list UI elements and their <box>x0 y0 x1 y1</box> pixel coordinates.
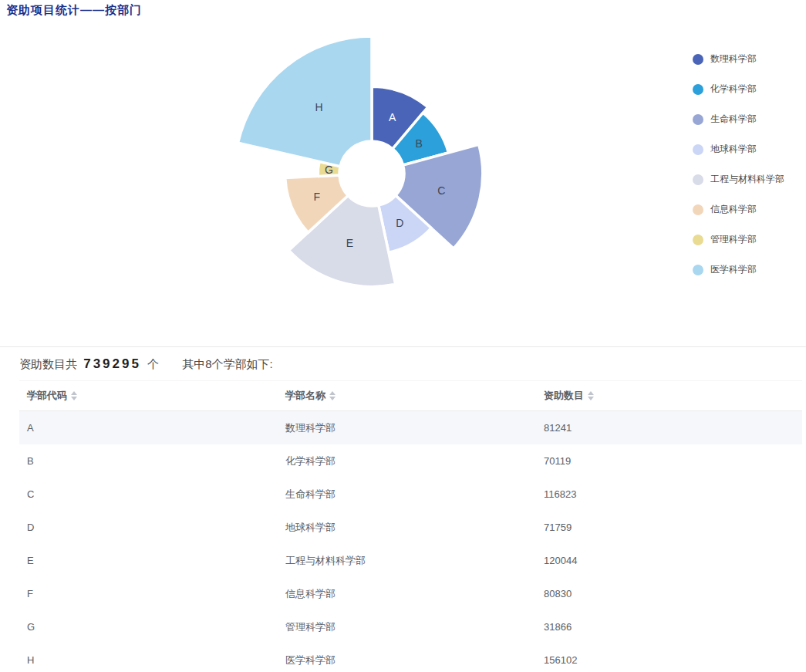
table-row-G: G管理科学部31866 <box>19 610 802 643</box>
section-divider <box>0 346 806 347</box>
legend-dot-icon <box>693 265 703 275</box>
rose-chart: ABCDEFGH <box>0 0 806 347</box>
chart-sector-label-D: D <box>396 217 403 229</box>
legend-label: 工程与材料科学部 <box>710 173 784 186</box>
summary-suffix: 其中8个学部如下: <box>182 357 273 370</box>
cell-count: 81241 <box>544 411 802 445</box>
cell-code: C <box>19 478 285 511</box>
legend-item-E[interactable]: 工程与材料科学部 <box>693 164 804 194</box>
summary-line: 资助数目共 739295 个 其中8个学部如下: <box>19 356 273 372</box>
cell-code: B <box>19 444 285 478</box>
table-row-C: C生命科学部116823 <box>19 478 802 511</box>
cell-code: G <box>19 610 285 643</box>
legend-item-B[interactable]: 化学科学部 <box>693 74 804 104</box>
cell-name: 医学科学部 <box>285 643 544 672</box>
column-header-sort-control[interactable]: 学部代码 <box>27 389 77 403</box>
legend-dot-icon <box>693 114 703 125</box>
cell-count: 80830 <box>544 577 802 610</box>
cell-code: E <box>19 544 285 577</box>
cell-count: 120044 <box>544 544 802 577</box>
cell-count: 116823 <box>544 478 802 511</box>
summary-unit: 个 <box>147 357 159 370</box>
column-header-1: 学部代码 <box>19 381 285 411</box>
sort-caret-icon[interactable] <box>71 391 77 400</box>
caret-down-icon[interactable] <box>329 397 336 400</box>
legend-item-D[interactable]: 地球科学部 <box>693 134 804 164</box>
chart-sector-label-B: B <box>415 137 422 150</box>
cell-count: 31866 <box>544 610 802 643</box>
legend-dot-icon <box>693 54 703 65</box>
table-row-E: E工程与材料科学部120044 <box>19 544 802 577</box>
chart-sector-H[interactable] <box>238 36 372 167</box>
chart-sector-label-F: F <box>314 191 321 203</box>
column-header-label: 学部名称 <box>285 389 325 403</box>
legend-label: 管理科学部 <box>710 233 757 246</box>
cell-count: 71759 <box>544 511 802 544</box>
legend-item-C[interactable]: 生命科学部 <box>693 104 804 134</box>
cell-count: 70119 <box>544 444 802 478</box>
cell-name: 地球科学部 <box>285 511 544 544</box>
chart-sector-label-A: A <box>389 111 396 123</box>
column-header-sort-control[interactable]: 学部名称 <box>285 389 336 403</box>
legend-item-H[interactable]: 医学科学部 <box>693 255 804 285</box>
column-header-2: 学部名称 <box>285 381 544 411</box>
cell-name: 生命科学部 <box>285 478 544 511</box>
cell-name: 工程与材料科学部 <box>285 544 544 577</box>
legend-dot-icon <box>693 235 703 245</box>
cell-name: 数理科学部 <box>285 411 544 445</box>
cell-name: 化学科学部 <box>285 444 544 478</box>
legend-item-G[interactable]: 管理科学部 <box>693 225 804 255</box>
legend-label: 化学科学部 <box>710 83 757 96</box>
chart-sector-label-H: H <box>315 101 322 113</box>
summary-total: 739295 <box>83 356 141 371</box>
table-header-row: 学部代码学部名称资助数目 <box>19 381 802 411</box>
caret-up-icon[interactable] <box>588 391 594 395</box>
cell-code: D <box>19 511 285 544</box>
legend-dot-icon <box>693 174 703 185</box>
cell-code: F <box>19 577 285 610</box>
sort-caret-icon[interactable] <box>588 391 594 400</box>
caret-down-icon[interactable] <box>588 397 594 400</box>
legend-label: 地球科学部 <box>710 143 757 156</box>
cell-name: 管理科学部 <box>285 610 544 643</box>
cell-code: H <box>19 643 285 672</box>
legend-dot-icon <box>693 84 703 95</box>
summary-prefix: 资助数目共 <box>19 357 77 370</box>
legend-label: 生命科学部 <box>710 113 757 126</box>
column-header-label: 资助数目 <box>544 389 584 403</box>
legend-label: 信息科学部 <box>710 203 757 216</box>
sort-caret-icon[interactable] <box>329 391 336 400</box>
legend-item-F[interactable]: 信息科学部 <box>693 194 804 225</box>
chart-sector-label-C: C <box>437 184 445 197</box>
legend-label: 医学科学部 <box>710 263 757 276</box>
caret-up-icon[interactable] <box>71 391 77 395</box>
table-row-B: B化学科学部70119 <box>19 444 802 478</box>
table-row-H: H医学科学部156102 <box>19 643 802 672</box>
cell-count: 156102 <box>544 643 802 672</box>
column-header-3: 资助数目 <box>544 381 802 411</box>
column-header-sort-control[interactable]: 资助数目 <box>544 389 594 403</box>
legend-dot-icon <box>693 144 703 155</box>
column-header-label: 学部代码 <box>27 389 67 403</box>
departments-table: 学部代码学部名称资助数目 A数理科学部81241B化学科学部70119C生命科学… <box>19 380 802 672</box>
legend-label: 数理科学部 <box>710 52 757 66</box>
table-row-A: A数理科学部81241 <box>19 411 802 445</box>
legend-item-A[interactable]: 数理科学部 <box>693 44 804 74</box>
caret-down-icon[interactable] <box>71 397 77 400</box>
table-row-F: F信息科学部80830 <box>19 577 802 610</box>
legend-dot-icon <box>693 204 703 215</box>
chart-sector-label-E: E <box>346 237 353 249</box>
caret-up-icon[interactable] <box>329 391 336 395</box>
chart-legend: 数理科学部化学科学部生命科学部地球科学部工程与材料科学部信息科学部管理科学部医学… <box>693 44 804 285</box>
cell-name: 信息科学部 <box>285 577 544 610</box>
cell-code: A <box>19 411 285 445</box>
rose-chart-area: ABCDEFGH 数理科学部化学科学部生命科学部地球科学部工程与材料科学部信息科… <box>0 0 806 347</box>
table-row-D: D地球科学部71759 <box>19 511 802 544</box>
